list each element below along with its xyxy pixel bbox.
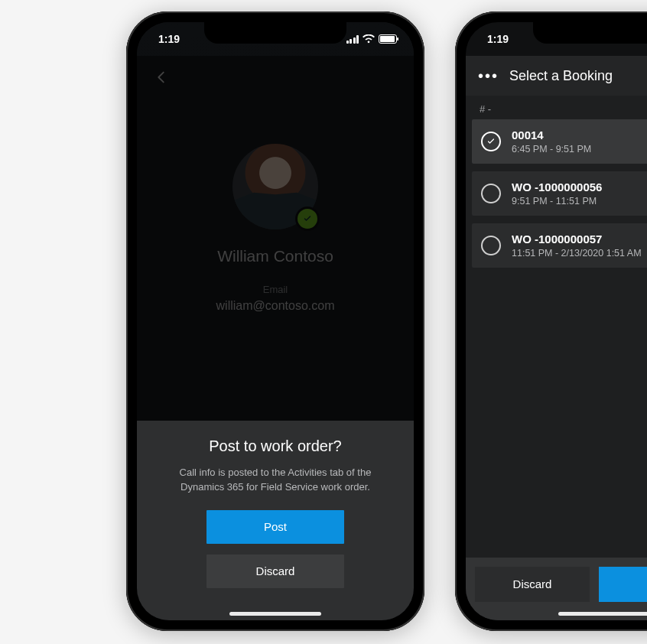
back-button[interactable]	[148, 63, 175, 91]
booking-time: 9:51 PM - 11:51 PM	[512, 196, 602, 207]
booking-item[interactable]: WO -1000000056 9:51 PM - 11:51 PM	[472, 171, 647, 216]
post-button[interactable]: Post	[599, 567, 647, 602]
contact-name: William Contoso	[137, 247, 414, 265]
booking-time: 11:51 PM - 2/13/2020 1:51 AM	[512, 248, 642, 259]
booking-title: WO -1000000057	[512, 233, 642, 246]
contact-avatar	[232, 144, 318, 229]
booking-title: 00014	[512, 128, 591, 141]
discard-button[interactable]: Discard	[475, 567, 590, 602]
device-notch	[533, 22, 647, 44]
booking-item[interactable]: 00014 6:45 PM - 9:51 PM	[472, 119, 647, 164]
group-label: # -	[466, 96, 647, 119]
radio-unchecked-icon	[481, 184, 501, 203]
sheet-title: Post to work order?	[152, 437, 398, 455]
phone-frame-left: 1:19	[126, 11, 424, 631]
booking-time: 6:45 PM - 9:51 PM	[512, 144, 591, 154]
booking-item[interactable]: WO -1000000057 11:51 PM - 2/13/2020 1:51…	[472, 223, 647, 268]
battery-icon	[379, 34, 397, 44]
discard-button[interactable]: Discard	[206, 555, 344, 588]
contact-email-label: Email	[137, 284, 414, 295]
wifi-icon	[363, 34, 375, 44]
contact-email: william@contoso.com	[137, 299, 414, 313]
sheet-description: Call info is posted to the Activities ta…	[157, 466, 394, 495]
home-indicator[interactable]	[229, 612, 321, 616]
booking-footer: Discard Post	[466, 558, 647, 620]
header-title: Select a Booking	[509, 68, 613, 84]
phone-frame-right: 1:19 ••• Select a Booking # -	[455, 11, 647, 631]
cellular-icon	[346, 35, 359, 44]
home-indicator[interactable]	[558, 612, 647, 616]
post-button[interactable]: Post	[206, 510, 344, 544]
select-booking-header: ••• Select a Booking	[466, 56, 647, 96]
more-icon[interactable]: •••	[478, 67, 499, 85]
presence-available-icon	[295, 207, 320, 231]
radio-checked-icon	[481, 132, 501, 151]
radio-unchecked-icon	[481, 236, 501, 255]
device-notch	[204, 22, 346, 44]
booking-title: WO -1000000056	[512, 181, 602, 194]
post-to-work-order-sheet: Post to work order? Call info is posted …	[137, 421, 414, 620]
